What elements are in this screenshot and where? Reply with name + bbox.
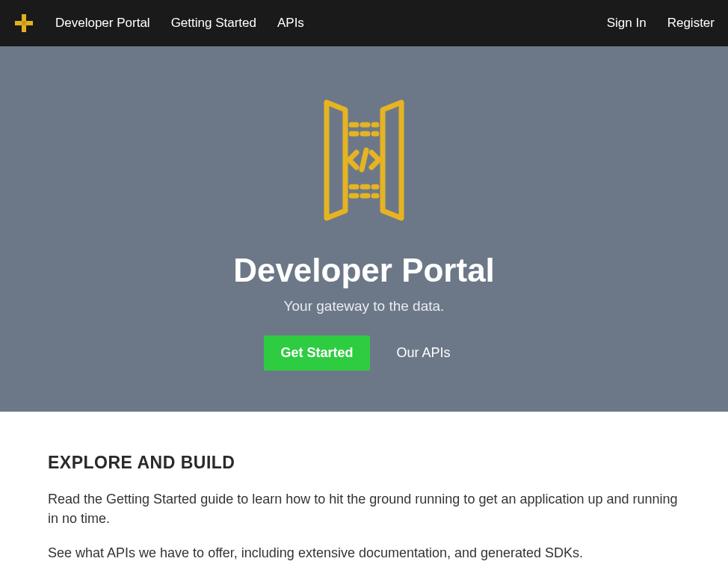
svg-rect-2 [22,21,26,25]
content-section: EXPLORE AND BUILD Read the Getting Start… [0,412,728,579]
nav-brand-link[interactable]: Developer Portal [55,16,150,31]
nav-link-register[interactable]: Register [667,16,715,31]
hero-subtitle: Your gateway to the data. [0,298,728,315]
api-gateway-icon [286,87,442,233]
content-heading: EXPLORE AND BUILD [48,453,680,473]
logo-icon[interactable] [13,13,34,34]
nav-link-getting-started[interactable]: Getting Started [171,16,256,31]
content-paragraph-2: See what APIs we have to offer, includin… [48,543,680,563]
svg-rect-5 [16,22,32,22]
nav-link-apis[interactable]: APIs [277,16,304,31]
svg-rect-6 [16,24,32,25]
svg-line-11 [362,150,366,170]
hero-title: Developer Portal [0,252,728,289]
nav-link-signin[interactable]: Sign In [607,16,647,31]
hero-section: Developer Portal Your gateway to the dat… [0,46,728,412]
navbar: Developer Portal Getting Started APIs Si… [0,0,728,46]
svg-rect-4 [25,15,25,31]
svg-rect-3 [22,15,23,31]
get-started-button[interactable]: Get Started [264,335,369,371]
hero-buttons: Get Started Our APIs [0,335,728,371]
content-paragraph-1: Read the Getting Started guide to learn … [48,489,680,528]
nav-left: Developer Portal Getting Started APIs [13,13,304,34]
our-apis-button[interactable]: Our APIs [383,335,464,371]
nav-right: Sign In Register [607,16,715,31]
